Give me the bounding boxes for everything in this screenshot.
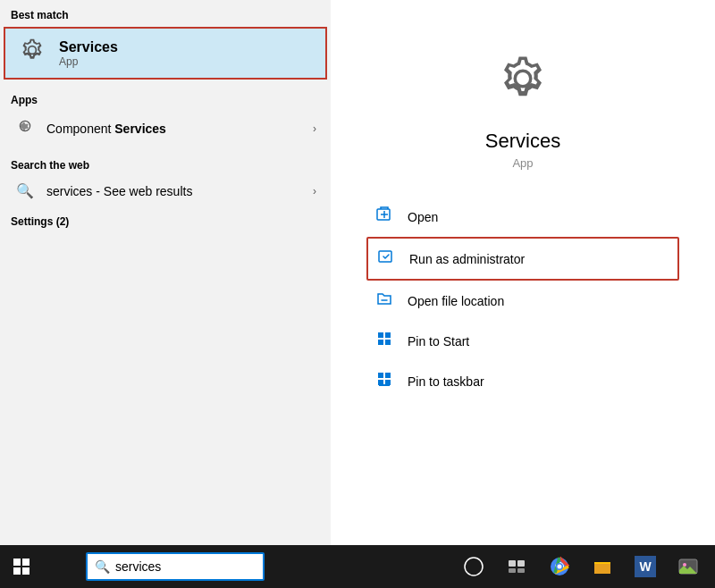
right-panel: Services App Open Run as adminis <box>331 0 715 545</box>
svg-rect-7 <box>385 373 391 378</box>
web-search-text: services - See web results <box>46 184 302 198</box>
services-gear-icon-small <box>16 38 48 69</box>
taskbar-icons: W <box>454 547 715 586</box>
svg-rect-15 <box>517 568 525 573</box>
svg-rect-14 <box>509 568 516 573</box>
cortana-icon[interactable] <box>454 547 493 586</box>
file-location-icon <box>374 290 395 312</box>
right-panel-app-name: Services <box>485 130 560 153</box>
component-services-icon <box>14 117 36 139</box>
component-services-name: Component Services <box>46 122 302 136</box>
apps-section: Apps Component Services › <box>0 81 331 150</box>
svg-rect-2 <box>378 332 383 338</box>
run-admin-icon <box>375 248 397 270</box>
watermark: wsxdn.com <box>667 532 711 542</box>
right-panel-app-type: App <box>512 156 533 170</box>
pin-start-icon <box>374 330 395 352</box>
right-panel-actions: Open Run as administrator Open file loca… <box>331 197 715 401</box>
taskbar-search-icon: 🔍 <box>95 559 110 574</box>
word-logo: W <box>635 556 656 577</box>
pin-to-taskbar-label: Pin to taskbar <box>408 374 484 389</box>
web-search-item[interactable]: 🔍 services - See web results › <box>0 175 331 206</box>
file-explorer-icon[interactable] <box>583 547 622 586</box>
search-menu: Best match Services App Apps Component S… <box>0 0 331 545</box>
component-services-item[interactable]: Component Services › <box>0 110 331 147</box>
svg-rect-12 <box>509 560 516 567</box>
svg-point-11 <box>465 558 483 575</box>
taskbar-search-text: services <box>115 559 161 574</box>
photos-icon[interactable] <box>669 547 708 586</box>
services-gear-icon <box>498 54 548 115</box>
word-icon[interactable]: W <box>626 547 665 586</box>
best-match-name: Services <box>59 39 118 55</box>
best-match-label: Best match <box>0 0 331 25</box>
search-web-icon: 🔍 <box>14 182 36 199</box>
taskbar: 🔍 services <box>0 545 715 588</box>
open-file-location-label: Open file location <box>408 294 504 308</box>
best-match-info: Services App <box>59 39 118 68</box>
start-button[interactable] <box>0 545 43 588</box>
best-match-item[interactable]: Services App <box>4 27 327 80</box>
svg-rect-3 <box>385 332 391 338</box>
open-label: Open <box>408 210 438 224</box>
svg-rect-5 <box>385 340 391 345</box>
apps-label: Apps <box>0 85 331 110</box>
web-search-arrow: › <box>313 185 316 197</box>
run-as-admin-action[interactable]: Run as administrator <box>366 237 679 281</box>
windows-logo-icon <box>13 559 29 575</box>
component-services-arrow: › <box>313 122 316 135</box>
best-match-type: App <box>59 55 118 68</box>
web-label: Search the web <box>0 150 331 175</box>
open-icon <box>374 206 395 228</box>
chrome-icon[interactable] <box>540 547 579 586</box>
svg-rect-1 <box>379 251 391 262</box>
pin-to-taskbar-action[interactable]: Pin to taskbar <box>366 361 679 401</box>
open-file-location-action[interactable]: Open file location <box>366 281 679 321</box>
run-admin-label: Run as administrator <box>409 252 525 266</box>
svg-rect-6 <box>378 373 383 378</box>
task-view-icon[interactable] <box>497 547 536 586</box>
svg-rect-4 <box>378 340 383 345</box>
pin-to-start-label: Pin to Start <box>408 334 469 349</box>
open-action[interactable]: Open <box>366 197 679 237</box>
settings-section: Settings (2) <box>0 206 331 231</box>
pin-taskbar-icon <box>374 370 395 392</box>
svg-rect-13 <box>517 560 525 567</box>
settings-label: Settings (2) <box>0 206 331 231</box>
web-search-section: Search the web 🔍 services - See web resu… <box>0 150 331 206</box>
taskbar-search-box[interactable]: 🔍 services <box>86 552 265 581</box>
svg-point-20 <box>558 565 562 569</box>
pin-to-start-action[interactable]: Pin to Start <box>366 321 679 361</box>
